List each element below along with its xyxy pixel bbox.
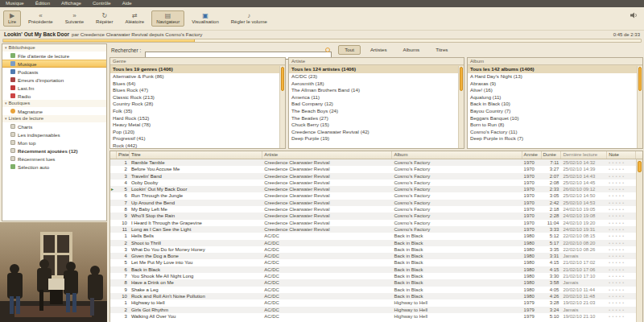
seek-slider[interactable]	[2, 39, 642, 43]
toolbar-button[interactable]: ⇄ Aléatoire	[120, 10, 149, 27]
sidebar-section-header[interactable]: ▾ Bibliothèque	[2, 44, 106, 52]
track-row[interactable]: 3 Walking All Over You AC/DC Highway to …	[110, 313, 636, 320]
toolbar-button[interactable]: » Suivante	[60, 10, 89, 27]
scrollbar-thumb[interactable]	[638, 161, 642, 172]
track-row[interactable]: ▸ 5 Lookin' Out My Back Door Creedence C…	[110, 186, 636, 192]
menu-item[interactable]: Musique	[0, 0, 30, 7]
menu-item[interactable]: Contrôle	[87, 0, 117, 7]
column-header-duree[interactable]: Durée	[542, 151, 562, 159]
cell-note-rating[interactable]: •••••	[607, 213, 636, 219]
menu-item[interactable]: Affichage	[56, 0, 87, 7]
track-row[interactable]: 7 Up Around the Bend Creedence Clearwate…	[110, 200, 636, 206]
cell-note-rating[interactable]: •••••	[607, 220, 636, 226]
sidebar-item[interactable]: Mon top	[2, 138, 106, 147]
column-header-titre[interactable]: Titre	[130, 151, 262, 159]
artist-item[interactable]: Creedence Clearwater Revival (42)	[289, 129, 457, 136]
track-row[interactable]: 8 My Baby Left Me Creedence Clearwater R…	[110, 206, 636, 213]
album-scrollbar[interactable]	[637, 66, 642, 148]
artist-all-row[interactable]: Tous les 124 artistes (1406)	[289, 65, 464, 73]
toolbar-button[interactable]: ▤ Navigateur	[151, 10, 184, 27]
album-item[interactable]: Born to Run (8)	[468, 122, 636, 129]
cell-note-rating[interactable]: •••••	[607, 166, 636, 172]
album-item[interactable]: Cosmo's Factory (11)	[468, 129, 636, 136]
scrollbar-thumb[interactable]	[638, 67, 642, 91]
track-row[interactable]: 1 Highway to Hell AC/DC Highway to Hell …	[110, 299, 636, 306]
search-filter-button[interactable]: Artistes	[364, 45, 394, 55]
genre-scrollbar[interactable]	[279, 66, 285, 148]
genre-item[interactable]: Alternative & Punk (86)	[110, 73, 279, 80]
track-row[interactable]: 2 Girls Got Rhythm AC/DC Highway to Hell…	[110, 307, 636, 313]
sidebar-item[interactable]: Sélection auto	[2, 163, 106, 171]
album-item[interactable]: Back in Black (10)	[468, 101, 636, 108]
column-header-piste[interactable]: Piste	[117, 151, 130, 159]
scrollbar-thumb[interactable]	[281, 67, 284, 91]
artist-item[interactable]: The Beach Boys (24)	[289, 108, 457, 115]
genre-item[interactable]: Hard Rock (152)	[110, 115, 279, 122]
search-filter-button[interactable]: Titres	[429, 45, 454, 55]
toolbar-button[interactable]: ▶ Lire	[3, 10, 21, 27]
album-all-row[interactable]: Tous les 142 albums (1406)	[468, 65, 642, 73]
artist-item[interactable]: America (11)	[289, 94, 457, 101]
album-item[interactable]: A Hard Day's Night (13)	[468, 73, 636, 80]
track-row[interactable]: 3 Travelin' Band Creedence Clearwater Re…	[110, 173, 636, 180]
artist-item[interactable]: Aerosmith (18)	[289, 80, 457, 88]
genre-item[interactable]: Pop (120)	[110, 129, 279, 136]
track-row[interactable]: 2 Shoot to Thrill AC/DC Back in Black 19…	[110, 240, 636, 246]
sidebar-item[interactable]: File d'attente de lecture	[2, 52, 106, 60]
track-row[interactable]: 9 Shake a Leg AC/DC Back in Black 1980 4…	[110, 287, 636, 293]
cell-note-rating[interactable]: •••••	[607, 273, 636, 279]
cell-note-rating[interactable]: •••••	[607, 192, 636, 199]
cell-note-rating[interactable]: •••••	[607, 293, 636, 299]
track-row[interactable]: 2 Before You Accuse Me Creedence Clearwa…	[110, 166, 636, 172]
column-header-artiste[interactable]: Artiste	[262, 151, 392, 159]
cell-note-rating[interactable]: •••••	[607, 299, 636, 306]
album-item[interactable]: Alive! (16)	[468, 87, 636, 94]
cell-note-rating[interactable]: •••••	[607, 313, 636, 320]
sidebar-item[interactable]: Podcasts	[2, 68, 106, 76]
artist-item[interactable]: Deep Purple (19)	[289, 135, 457, 142]
sidebar-item[interactable]: Récemment lues	[2, 155, 106, 163]
cell-note-rating[interactable]: •••••	[607, 173, 636, 180]
cell-note-rating[interactable]: •••••	[607, 259, 636, 266]
genre-item[interactable]: Blues Rock (47)	[110, 87, 279, 94]
sidebar-item[interactable]: Récemment ajoutées (12)	[2, 147, 106, 155]
cell-note-rating[interactable]: •••••	[607, 253, 636, 259]
track-row[interactable]: 7 You Shook Me All Night Long AC/DC Back…	[110, 273, 636, 279]
menu-item[interactable]: Édition	[30, 0, 56, 7]
menu-item[interactable]: Aide	[117, 0, 138, 7]
cell-note-rating[interactable]: •••••	[607, 180, 636, 186]
cell-note-rating[interactable]: •••••	[607, 200, 636, 206]
genre-item[interactable]: Heavy Metal (78)	[110, 122, 279, 129]
artist-item[interactable]: Chuck Berry (15)	[289, 122, 457, 129]
cell-note-rating[interactable]: •••••	[607, 226, 636, 233]
track-row[interactable]: 1 Ramble Tamble Creedence Clearwater Rev…	[110, 159, 636, 166]
album-item[interactable]: Aqualung (11)	[468, 94, 636, 101]
sidebar-item[interactable]: Erreurs d'importation	[2, 76, 106, 84]
cell-note-rating[interactable]: •••••	[607, 246, 636, 253]
track-table-scrollbar[interactable]	[636, 159, 642, 322]
artist-item[interactable]: Bad Company (12)	[289, 101, 457, 108]
genre-item[interactable]: Country Rock (28)	[110, 101, 279, 108]
toolbar-button[interactable]: « Précédente	[23, 10, 58, 27]
genre-all-row[interactable]: Tous les 19 genres (1406)	[110, 65, 285, 73]
sidebar-item[interactable]: Radio	[2, 92, 106, 100]
search-filter-button[interactable]: Albums	[397, 45, 427, 55]
column-header-annee[interactable]: Année	[522, 151, 542, 159]
sidebar-item[interactable]: Magnatune	[2, 107, 106, 115]
cell-note-rating[interactable]: •••••	[607, 266, 636, 273]
track-row[interactable]: 6 Run Through the Jungle Creedence Clear…	[110, 192, 636, 199]
track-row[interactable]: 4 Ooby Dooby Creedence Clearwater Reviva…	[110, 180, 636, 186]
album-item[interactable]: Deep Purple in Rock (7)	[468, 135, 636, 142]
cell-note-rating[interactable]: •••••	[607, 307, 636, 313]
cell-note-rating[interactable]: •••••	[607, 240, 636, 246]
column-header-derniere-lecture[interactable]: Dernière lecture	[561, 151, 607, 159]
cell-note-rating[interactable]: •••••	[607, 287, 636, 293]
track-row[interactable]: 11 Long as I Can See the Light Creedence…	[110, 226, 636, 233]
artist-scrollbar[interactable]	[458, 66, 464, 148]
toolbar-button[interactable]: ▣ Visualisation	[187, 10, 224, 27]
artist-item[interactable]: The Allman Brothers Band (14)	[289, 87, 457, 94]
cell-note-rating[interactable]: •••••	[607, 279, 636, 286]
column-header-note[interactable]: Note	[607, 151, 636, 159]
cell-note-rating[interactable]: •••••	[607, 159, 636, 166]
sidebar-section-header[interactable]: ▾ Listes de lecture	[2, 115, 106, 122]
